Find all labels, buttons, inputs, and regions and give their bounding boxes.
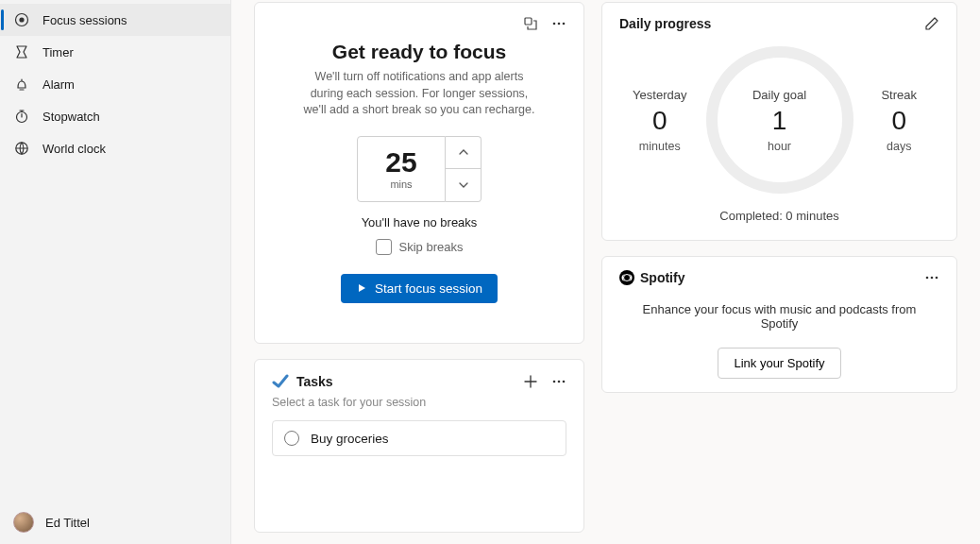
daily-progress-title: Daily progress bbox=[619, 16, 711, 31]
streak-label: Streak bbox=[859, 88, 940, 102]
increment-button[interactable] bbox=[446, 136, 482, 169]
sidebar-list: Focus sessions Timer Alarm Stopwatch Wor… bbox=[0, 4, 230, 501]
svg-point-8 bbox=[553, 381, 556, 383]
sidebar-item-label: Focus sessions bbox=[42, 13, 127, 27]
decrement-button[interactable] bbox=[446, 168, 482, 202]
svg-point-1 bbox=[19, 17, 24, 22]
start-focus-label: Start focus session bbox=[375, 281, 482, 296]
minutes-value: 25 bbox=[358, 148, 445, 177]
sidebar: Focus sessions Timer Alarm Stopwatch Wor… bbox=[0, 0, 231, 544]
breaks-text: You'll have no breaks bbox=[272, 215, 566, 230]
spotify-icon bbox=[619, 270, 634, 285]
sidebar-item-label: Timer bbox=[42, 45, 74, 60]
minutes-display[interactable]: 25 mins bbox=[357, 136, 446, 202]
add-task-icon[interactable] bbox=[523, 374, 538, 389]
spotify-more-icon[interactable] bbox=[924, 270, 939, 285]
sidebar-item-label: Alarm bbox=[42, 77, 75, 92]
svg-point-5 bbox=[553, 23, 556, 26]
task-complete-radio[interactable] bbox=[284, 431, 299, 446]
tasks-check-icon bbox=[272, 373, 289, 390]
sidebar-item-focus-sessions[interactable]: Focus sessions bbox=[0, 4, 230, 36]
goal-label: Daily goal bbox=[752, 88, 806, 102]
task-item[interactable]: Buy groceries bbox=[272, 420, 566, 456]
streak-stat: Streak 0 days bbox=[859, 88, 940, 153]
more-icon[interactable] bbox=[551, 16, 566, 31]
minutes-unit: mins bbox=[358, 178, 445, 190]
spotify-title: Spotify bbox=[640, 270, 684, 285]
user-name: Ed Tittel bbox=[45, 516, 90, 530]
yesterday-label: Yesterday bbox=[619, 88, 701, 102]
tasks-card: Tasks Select a task for your session Buy… bbox=[254, 359, 584, 533]
tasks-subtitle: Select a task for your session bbox=[272, 396, 566, 409]
sidebar-item-alarm[interactable]: Alarm bbox=[0, 68, 230, 100]
sidebar-item-timer[interactable]: Timer bbox=[0, 36, 230, 68]
main-content: Get ready to focus We'll turn off notifi… bbox=[231, 0, 980, 544]
focus-icon bbox=[13, 11, 30, 28]
sidebar-item-label: Stopwatch bbox=[42, 110, 100, 124]
link-spotify-button[interactable]: Link your Spotify bbox=[718, 348, 840, 379]
goal-ring: Daily goal 1 hour bbox=[706, 46, 853, 194]
skip-breaks-checkbox[interactable] bbox=[376, 239, 392, 255]
world-clock-icon bbox=[13, 140, 30, 157]
svg-point-11 bbox=[926, 277, 929, 280]
svg-point-10 bbox=[563, 381, 566, 383]
spotify-text: Enhance your focus with music and podcas… bbox=[642, 302, 917, 331]
focus-card: Get ready to focus We'll turn off notifi… bbox=[254, 2, 584, 344]
svg-point-7 bbox=[563, 23, 566, 26]
svg-point-6 bbox=[558, 23, 561, 26]
sidebar-item-stopwatch[interactable]: Stopwatch bbox=[0, 100, 230, 132]
focus-subtitle: We'll turn off notifications and app ale… bbox=[298, 69, 540, 119]
svg-point-13 bbox=[936, 277, 938, 280]
tasks-more-icon[interactable] bbox=[551, 374, 566, 389]
svg-rect-4 bbox=[525, 18, 532, 25]
play-icon bbox=[356, 282, 367, 294]
alarm-icon bbox=[13, 76, 30, 93]
sidebar-item-label: World clock bbox=[42, 142, 106, 156]
expand-icon[interactable] bbox=[523, 16, 538, 31]
svg-point-9 bbox=[558, 381, 561, 383]
completed-text: Completed: 0 minutes bbox=[619, 209, 939, 223]
goal-unit: hour bbox=[768, 140, 791, 153]
goal-value: 1 bbox=[772, 108, 787, 134]
streak-unit: days bbox=[859, 140, 940, 153]
link-spotify-label: Link your Spotify bbox=[734, 356, 824, 370]
timer-icon bbox=[13, 43, 30, 60]
daily-progress-card: Daily progress Yesterday 0 minutes Daily… bbox=[601, 2, 957, 241]
user-footer[interactable]: Ed Tittel bbox=[0, 501, 230, 544]
start-focus-button[interactable]: Start focus session bbox=[341, 274, 498, 303]
edit-icon[interactable] bbox=[924, 16, 939, 31]
task-label: Buy groceries bbox=[311, 432, 389, 446]
sidebar-item-world-clock[interactable]: World clock bbox=[0, 132, 230, 164]
svg-point-12 bbox=[931, 277, 934, 280]
yesterday-unit: minutes bbox=[619, 140, 701, 153]
yesterday-stat: Yesterday 0 minutes bbox=[619, 88, 701, 153]
stopwatch-icon bbox=[13, 108, 30, 125]
minutes-stepper: 25 mins bbox=[357, 136, 482, 202]
streak-value: 0 bbox=[859, 108, 940, 134]
tasks-title: Tasks bbox=[296, 374, 333, 389]
spotify-card: Spotify Enhance your focus with music an… bbox=[601, 256, 957, 393]
skip-breaks-row[interactable]: Skip breaks bbox=[272, 239, 566, 255]
skip-breaks-label: Skip breaks bbox=[399, 240, 464, 254]
focus-title: Get ready to focus bbox=[272, 41, 566, 63]
yesterday-value: 0 bbox=[619, 108, 701, 134]
avatar bbox=[13, 512, 34, 533]
